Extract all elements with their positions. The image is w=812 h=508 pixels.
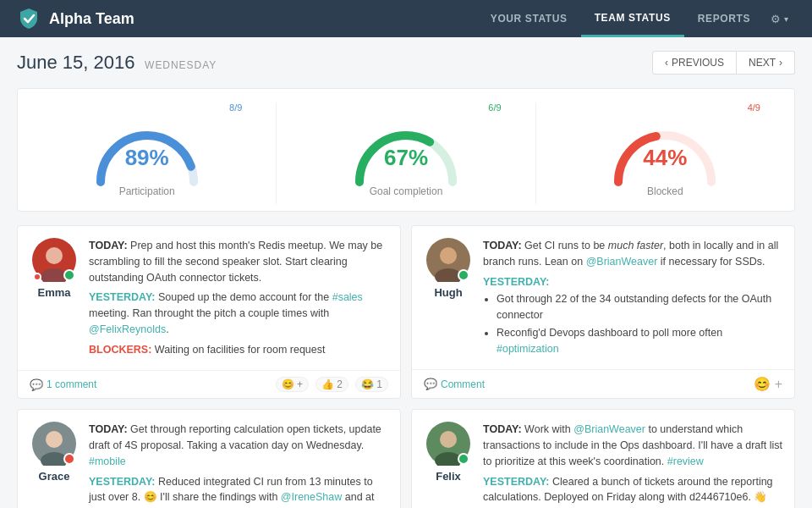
today-text-grace: Get through reporting calculation open t… — [89, 423, 381, 451]
add-reaction-hugh[interactable]: 😊 + — [754, 376, 782, 392]
prev-button[interactable]: ‹ PREVIOUS — [652, 51, 737, 75]
member-name-felix: Felix — [436, 470, 461, 483]
mention-brianweaver-hugh[interactable]: @BrianWeaver — [586, 256, 658, 268]
nav-team-status[interactable]: TEAM STATUS — [581, 0, 684, 37]
reactions-emma: 😊 + 👍 2 😂 1 — [276, 377, 388, 392]
optimization-tag-hugh[interactable]: #optimization — [497, 343, 559, 355]
yesterday-label-hugh: YESTERDAY: — [483, 276, 550, 288]
status-cards-grid: Emma TODAY: Prep and host this month's R… — [17, 225, 795, 508]
card-content-felix: TODAY: Work with @BrianWeaver to underst… — [483, 422, 782, 508]
comment-link-emma[interactable]: 💬 1 comment — [30, 378, 96, 391]
member-name-emma: Emma — [37, 286, 70, 299]
reaction-add-emma[interactable]: 😊 + — [276, 377, 309, 392]
today-label-felix: TODAY: — [483, 423, 522, 435]
gear-icon: ⚙ — [771, 13, 781, 25]
comment-link-hugh[interactable]: 💬 Comment — [424, 378, 485, 390]
review-tag-felix[interactable]: #review — [667, 456, 704, 467]
card-footer-emma: 💬 1 comment 😊 + 👍 2 😂 1 — [18, 370, 400, 398]
card-content-grace: TODAY: Get through reporting calculation… — [89, 422, 388, 508]
shield-icon — [17, 7, 41, 30]
card-felix: Felix TODAY: Work with @BrianWeaver to u… — [411, 409, 795, 508]
reactions-hugh: 😊 + — [754, 376, 782, 392]
gauge-svg-participation: 89% — [88, 116, 206, 184]
gauge-blocked: 4/9 44% Blocked — [536, 102, 794, 204]
mention-felix-reynolds[interactable]: @FelixReynolds — [89, 323, 166, 335]
svg-point-1 — [46, 247, 63, 264]
yesterday-label-grace: YESTERDAY: — [89, 476, 156, 488]
gauge-goal-completion: 6/9 67% Goal completion — [277, 102, 535, 204]
date-row: June 15, 2016 WEDNESDAY ‹ PREVIOUS NEXT … — [17, 51, 795, 75]
reaction-thumbsup-emma[interactable]: 👍 2 — [315, 377, 348, 392]
gauge-svg-blocked: 44% — [606, 116, 724, 184]
chevron-right-icon: › — [779, 57, 782, 69]
mobile-tag-grace[interactable]: #mobile — [89, 456, 126, 467]
comment-label-hugh: Comment — [441, 378, 485, 390]
comment-count-emma: 1 comment — [47, 378, 96, 390]
main-content: June 15, 2016 WEDNESDAY ‹ PREVIOUS NEXT … — [0, 37, 812, 508]
avatar-wrap-grace: Grace — [30, 422, 79, 508]
card-emma: Emma TODAY: Prep and host this month's R… — [17, 225, 401, 399]
date-display: June 15, 2016 WEDNESDAY — [17, 52, 217, 74]
app-title: Alpha Team — [49, 10, 134, 28]
date-navigation: ‹ PREVIOUS NEXT › — [652, 51, 795, 75]
today-text-emma: Prep and host this month's Redis meetup.… — [89, 240, 382, 284]
svg-point-10 — [440, 431, 457, 448]
gear-chevron: ▾ — [784, 14, 788, 24]
member-name-hugh: Hugh — [434, 286, 462, 299]
mention-ireneshaw[interactable]: @IreneShaw — [281, 491, 342, 503]
card-hugh: Hugh TODAY: Get CI runs to be much faste… — [411, 225, 795, 399]
gauge-svg-goal: 67% — [347, 116, 465, 184]
app-header: Alpha Team YOUR STATUS TEAM STATUS REPOR… — [0, 0, 812, 37]
card-grace: Grace TODAY: Get through reporting calcu… — [17, 409, 401, 508]
svg-point-4 — [440, 247, 457, 264]
avatar-wrap-hugh: Hugh — [424, 238, 473, 361]
gauges-row: 8/9 89% Participation 6/9 — [17, 88, 795, 212]
card-content-hugh: TODAY: Get CI runs to be much faster, bo… — [483, 238, 782, 361]
avatar-hugh — [426, 238, 470, 282]
blockers-label-emma: BLOCKERS: — [89, 344, 151, 356]
status-dot-green-emma — [63, 269, 75, 281]
gauge-fraction-goal: 6/9 — [488, 102, 501, 113]
svg-point-7 — [46, 431, 63, 448]
avatar-wrap-felix: Felix — [424, 422, 473, 508]
today-label-hugh: TODAY: — [483, 240, 522, 251]
avatar-emma — [32, 238, 76, 282]
card-footer-hugh: 💬 Comment 😊 + — [412, 369, 794, 398]
status-dot-red-emma — [33, 273, 41, 281]
comment-icon-emma: 💬 — [30, 378, 43, 391]
today-label-emma: TODAY: — [89, 240, 128, 251]
avatar-felix — [426, 422, 470, 466]
yesterday-label-emma: YESTERDAY: — [89, 291, 156, 303]
bullet-1-hugh: Got through 22 of the 34 outstanding def… — [497, 291, 782, 323]
comment-icon-hugh: 💬 — [424, 378, 437, 390]
yesterday-label-felix: YESTERDAY: — [483, 476, 550, 488]
blockers-text-emma: Waiting on facilities for room request — [155, 344, 326, 356]
status-dot-hugh — [458, 269, 469, 281]
today-label-grace: TODAY: — [89, 423, 128, 435]
mention-brianweaver-felix[interactable]: @BrianWeaver — [573, 423, 645, 435]
avatar-grace — [32, 422, 76, 466]
avatar-wrap-emma: Emma — [30, 238, 79, 362]
yesterday-bullets-hugh: Got through 22 of the 34 outstanding def… — [497, 291, 782, 356]
next-button[interactable]: NEXT › — [737, 51, 795, 75]
brand: Alpha Team — [17, 7, 134, 30]
gauge-pct-participation: 89% — [125, 145, 169, 171]
reaction-laugh-emma[interactable]: 😂 1 — [355, 377, 388, 392]
main-nav: YOUR STATUS TEAM STATUS REPORTS ⚙ ▾ — [477, 0, 795, 37]
date-text: June 15, 2016 — [17, 52, 134, 73]
nav-reports[interactable]: REPORTS — [684, 0, 764, 37]
bullet-2-hugh: Reconfig'd Devops dashboard to poll more… — [497, 325, 782, 357]
member-name-grace: Grace — [39, 470, 70, 483]
gauge-pct-blocked: 44% — [643, 145, 687, 171]
sales-tag-emma[interactable]: #sales — [332, 291, 363, 303]
gauge-participation: 8/9 89% Participation — [18, 102, 277, 204]
gauge-fraction-blocked: 4/9 — [748, 102, 760, 113]
chevron-left-icon: ‹ — [665, 57, 668, 69]
day-text: WEDNESDAY — [145, 59, 217, 71]
nav-your-status[interactable]: YOUR STATUS — [477, 0, 581, 37]
settings-gear[interactable]: ⚙ ▾ — [764, 13, 795, 25]
gauge-fraction-participation: 8/9 — [229, 102, 242, 113]
today-text-felix: Work with — [524, 423, 573, 435]
card-content-emma: TODAY: Prep and host this month's Redis … — [89, 238, 388, 362]
gauge-pct-goal: 67% — [384, 145, 428, 171]
